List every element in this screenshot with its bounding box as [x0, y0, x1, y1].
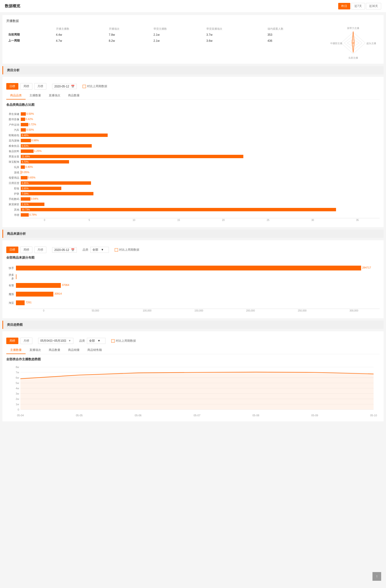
radar-label-left: 中腰部主播	[330, 42, 342, 45]
trend-filter-row: 周榜 月榜 05月04日~05月10日 ▼ 品类 全部 ▼ 对比上周期数据	[6, 335, 380, 347]
source-bar-fill	[16, 266, 361, 271]
bar-value-inside: 8.48%	[21, 134, 28, 137]
compare-checkbox-wrap[interactable]: 对比上周期数据	[82, 84, 107, 88]
bar-outer: 0.40%	[21, 166, 380, 169]
trend-svg: 01w2w3w4w5w6w7w8w05-0405-0505-0605-0705-…	[6, 364, 380, 418]
compare-checkbox[interactable]	[82, 85, 86, 88]
bar-value-inside: 6.85%	[21, 182, 28, 185]
source-category-label: 品类	[82, 248, 88, 252]
btn-7days[interactable]: 近7天	[351, 3, 365, 9]
radar-chart: 新带力主播 中腰部主播 超头主播 头部主播	[327, 26, 380, 60]
category-bar-chart: 养生保健 0.50% 图书音像 0.42% 户外运动 0.72% 汽车	[6, 110, 380, 223]
current-val-4: 3.7w	[204, 32, 265, 38]
bar-label: 市辖	[6, 213, 21, 217]
x-axis-tick: 250,000	[276, 309, 328, 312]
bar-fill: 30.73%	[21, 208, 336, 211]
list-item: 鞋靴箱包 8.48%	[6, 133, 380, 137]
sub-tab-goods-count[interactable]: 商品数量	[64, 92, 83, 100]
list-item: 玩具 0.40%	[6, 165, 380, 169]
bar-fill	[21, 213, 29, 217]
svg-text:05-10: 05-10	[370, 414, 377, 417]
source-date-input[interactable]: 2020-05-12 📅	[52, 247, 77, 252]
trend-sub-tab-goods-count[interactable]: 商品数量	[45, 347, 64, 354]
table-row: 当前周期 4.4w 7.8w 2.1w 3.7w 353	[6, 32, 327, 38]
bar-value-inside: 6.93%	[21, 145, 28, 147]
bar-value-inside: 7.09%	[21, 192, 28, 195]
radar-label-top: 新带力主播	[347, 27, 359, 29]
trend-sub-tab-goods-sales[interactable]: 商品销量	[64, 347, 83, 354]
btn-yesterday[interactable]: 昨日	[338, 3, 350, 9]
current-val-3: 2.1w	[152, 32, 204, 38]
current-val-2: 7.8w	[107, 32, 152, 38]
trend-sub-tab-sessions[interactable]: 直播场次	[26, 347, 45, 354]
bar-fill: 4.70%	[21, 160, 69, 164]
trend-compare-checkbox[interactable]	[111, 339, 115, 343]
radar-label-right: 超头主播	[366, 42, 376, 45]
bar-label: 汽车	[6, 128, 21, 132]
source-compare-checkbox[interactable]	[115, 248, 118, 252]
x-axis-tick: 15	[156, 218, 201, 221]
svg-text:05-07: 05-07	[194, 414, 200, 417]
category-trend-header: 类目趋势图	[2, 321, 384, 329]
src-tab-daily[interactable]: 日榜	[6, 247, 18, 253]
bar-outer: 0.72%	[21, 123, 380, 126]
bar-fill	[21, 118, 25, 121]
bar-label: 男装女装	[6, 155, 21, 158]
cat-tab-weekly[interactable]: 周榜	[20, 83, 32, 90]
cat-tab-daily[interactable]: 日榜	[6, 83, 18, 90]
product-source-header: 商品来源分析	[2, 230, 384, 238]
btn-30days[interactable]: 近30天	[366, 3, 381, 9]
bar-outer: 0.50%	[21, 128, 380, 132]
current-val-1: 4.4w	[54, 32, 107, 38]
bar-outer: 2.31%	[21, 203, 380, 206]
bar-label: 其他	[6, 208, 21, 211]
trend-sub-tab-broadcaster[interactable]: 主播数量	[6, 347, 26, 354]
bar-outer: 0.50%	[21, 112, 380, 116]
category-date-input[interactable]: 2020-05-12 📅	[52, 84, 77, 89]
bar-value-inside: 30.73%	[21, 209, 30, 211]
source-bar-chart: 快手 284717 拼多多 有赞 37064 魔筷 30914 淘宝 7261 …	[6, 263, 380, 315]
bar-value: 1.25%	[34, 149, 41, 152]
source-bar-fill	[16, 274, 16, 279]
list-item: 市辖 0.78%	[6, 213, 380, 217]
category-chart-title: 各品类商品数占比图	[6, 103, 380, 107]
trend-sub-tab-revenue[interactable]: 商品销售额	[83, 347, 106, 354]
bar-value: 0.05%	[22, 171, 29, 174]
prev-val-1: 4.7w	[54, 38, 107, 44]
sub-tab-broadcaster-count[interactable]: 主播数量	[26, 92, 45, 100]
bar-value-inside: 2.31%	[21, 203, 28, 206]
bar-outer: 1.25%	[21, 149, 380, 153]
sub-tab-goods-category[interactable]: 商品品类	[6, 92, 26, 100]
col-header-period	[6, 26, 54, 32]
trend-date-range-input[interactable]: 05月04日~05月10日 ▼	[38, 338, 73, 344]
period-current: 当前周期	[6, 32, 54, 38]
trend-compare-wrap[interactable]: 对比上周期数据	[111, 339, 136, 343]
src-tab-monthly[interactable]: 月榜	[34, 247, 46, 253]
source-category-select[interactable]: 全部 ▼	[90, 247, 109, 253]
bar-outer: 21.69%	[21, 155, 380, 158]
sub-tab-broadcast-sessions[interactable]: 直播场次	[45, 92, 64, 100]
bar-outer: 8.48%	[21, 134, 380, 137]
trend-tab-weekly[interactable]: 周榜	[6, 337, 18, 344]
product-source-title: 商品来源分析	[7, 232, 26, 235]
trend-tab-monthly[interactable]: 月榜	[20, 337, 32, 344]
bar-fill: 8.48%	[21, 134, 108, 137]
bar-outer: 7.09%	[21, 192, 380, 195]
category-sub-tabs: 商品品类 主播数量 直播场次 商品数量	[6, 92, 380, 100]
bar-value: 0.98%	[31, 139, 39, 142]
bar-fill: 3.95%	[21, 187, 61, 190]
source-compare-wrap[interactable]: 对比上周期数据	[115, 248, 139, 252]
src-tab-weekly[interactable]: 周榜	[20, 247, 32, 253]
list-item: 手机数码 0.94%	[6, 197, 380, 201]
source-bar-value: 37064	[62, 283, 69, 286]
bar-value: 0.65%	[28, 176, 36, 179]
bar-outer: 30.73%	[21, 208, 380, 211]
list-item: 拼多多	[6, 274, 380, 280]
cat-tab-monthly[interactable]: 月榜	[34, 83, 46, 90]
bar-fill: 21.69%	[21, 155, 243, 158]
trend-category-select[interactable]: 全部 ▼	[87, 338, 105, 344]
x-axis-tick: 0	[18, 309, 70, 312]
x-axis-tick: 200,000	[225, 309, 276, 312]
x-axis: 05101520253035	[22, 218, 380, 221]
bar-outer: 0.42%	[21, 118, 380, 121]
